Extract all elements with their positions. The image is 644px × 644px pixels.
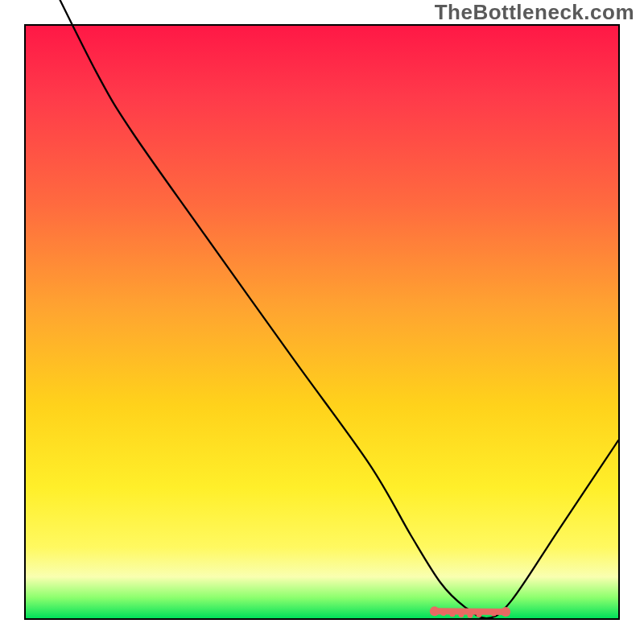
sweet-spot-marker (458, 612, 464, 617)
sweet-spot-marker (501, 607, 510, 617)
sweet-spot-marker-group (430, 606, 510, 618)
sweet-spot-marker (440, 610, 446, 616)
sweet-spot-marker (468, 613, 473, 618)
sweet-spot-marker (491, 611, 497, 617)
bottleneck-curve-path (43, 0, 618, 618)
sweet-spot-marker (430, 606, 440, 616)
sweet-spot-marker (449, 611, 455, 617)
plot-area (24, 24, 620, 620)
chart-frame: TheBottleneck.com (0, 0, 644, 644)
sweet-spot-marker (477, 612, 482, 617)
watermark-text: TheBottleneck.com (435, 0, 634, 25)
bottleneck-curve-svg (26, 26, 618, 618)
